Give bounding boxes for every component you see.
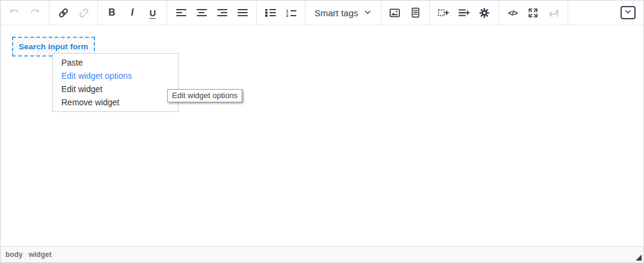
- toolbar-collapse-button[interactable]: [621, 6, 636, 19]
- toolbar-group-basic-styles: B I U: [98, 1, 167, 25]
- bold-button[interactable]: B: [102, 3, 121, 22]
- underline-button[interactable]: U: [143, 3, 162, 22]
- dashed-box-plus-icon: [437, 7, 450, 19]
- source-code-button[interactable]: </>: [503, 3, 523, 22]
- italic-button[interactable]: I: [123, 3, 142, 22]
- unlink-button[interactable]: [74, 3, 93, 22]
- menu-item-edit-widget-options[interactable]: Edit widget options: [53, 69, 178, 82]
- insert-form-button[interactable]: [455, 3, 474, 22]
- menu-item-edit-widget[interactable]: Edit widget: [53, 82, 178, 96]
- widget-settings-button[interactable]: [475, 3, 494, 22]
- toolbar-group-widgets: [430, 1, 499, 25]
- align-left-button[interactable]: [171, 3, 191, 22]
- undo-icon: [8, 7, 20, 19]
- align-left-icon: [176, 9, 186, 17]
- context-menu: Paste Edit widget options Edit widget Re…: [52, 53, 179, 112]
- redo-icon: [29, 7, 41, 19]
- bulleted-list-icon: [265, 9, 276, 17]
- gear-icon: [479, 7, 490, 19]
- undo-button[interactable]: [5, 3, 24, 22]
- toolbar-group-alignment: [167, 1, 257, 25]
- unlink-icon: [78, 7, 90, 19]
- return-arrow-icon: [547, 7, 560, 19]
- bulleted-list-button[interactable]: [261, 3, 280, 22]
- smart-tags-dropdown[interactable]: Smart tags: [310, 3, 376, 22]
- status-bar: body widget: [1, 246, 643, 262]
- insert-template-button[interactable]: [406, 3, 425, 22]
- menu-item-remove-widget[interactable]: Remove widget: [53, 96, 178, 109]
- link-icon: [57, 7, 70, 19]
- maximize-button[interactable]: [524, 3, 543, 22]
- insert-widget-button[interactable]: [434, 3, 453, 22]
- numbered-list-button[interactable]: 1 2: [281, 3, 301, 22]
- align-justify-icon: [238, 9, 248, 17]
- breadcrumb-widget[interactable]: widget: [29, 250, 52, 259]
- align-center-icon: [197, 9, 207, 17]
- redo-button[interactable]: [25, 3, 44, 22]
- lines-plus-icon: [458, 7, 470, 19]
- toolbar-group-smart-tags: Smart tags: [305, 1, 381, 25]
- rich-text-editor: B I U: [0, 0, 644, 263]
- toolbar-group-insert-media: [381, 1, 430, 25]
- link-button[interactable]: [54, 3, 73, 22]
- image-icon: [388, 7, 401, 19]
- break-container-button[interactable]: [544, 3, 563, 22]
- underline-icon: U: [150, 8, 156, 18]
- maximize-icon: [527, 7, 539, 19]
- breadcrumb-body[interactable]: body: [5, 250, 23, 259]
- collapse-chevron-icon: [624, 8, 632, 17]
- editor-toolbar: B I U: [1, 1, 643, 25]
- align-right-button[interactable]: [212, 3, 232, 22]
- widget-label: Search input form: [19, 42, 88, 51]
- toolbar-group-history: [1, 1, 49, 25]
- smart-tags-label: Smart tags: [314, 8, 358, 18]
- numbered-list-icon: 1 2: [286, 9, 296, 17]
- menu-item-paste[interactable]: Paste: [53, 56, 178, 69]
- toolbar-group-link: [49, 1, 98, 25]
- toolbar-group-lists: 1 2: [257, 1, 305, 25]
- toolbar-spacer: [568, 1, 621, 25]
- align-right-icon: [217, 9, 227, 17]
- align-center-button[interactable]: [192, 3, 211, 22]
- insert-image-button[interactable]: [385, 3, 405, 22]
- italic-icon: I: [131, 7, 133, 18]
- bold-icon: B: [108, 7, 115, 18]
- template-icon: [409, 7, 422, 19]
- toolbar-group-tools: </>: [499, 1, 568, 25]
- resize-handle[interactable]: [636, 255, 642, 261]
- align-justify-button[interactable]: [233, 3, 252, 22]
- source-code-icon: </>: [508, 8, 518, 17]
- editor-content-area[interactable]: Search input form Paste Edit widget opti…: [1, 25, 643, 246]
- chevron-down-icon: [364, 8, 372, 18]
- tooltip: Edit widget options: [167, 89, 242, 102]
